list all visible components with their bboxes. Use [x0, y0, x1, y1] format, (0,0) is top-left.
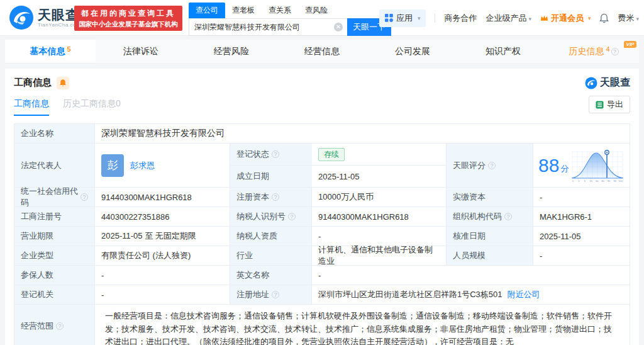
subscribe-bell-icon[interactable] — [57, 77, 69, 89]
top-header: 天眼查 TianYanCha.com 都在用的商业查询工具 国家中小企业发展子基… — [0, 0, 644, 36]
nav-divider — [435, 14, 435, 23]
table-row: 企业类型 有限责任公司 (法人独资) 行业 计算机、通信和其他电子设备制造业 人… — [14, 246, 630, 266]
field-value: 计算机、通信和其他电子设备制造业 — [312, 246, 447, 265]
crown-icon — [540, 14, 548, 22]
field-label: 纳税人资质 — [230, 227, 312, 246]
search-tab-company[interactable]: 查公司 — [189, 3, 225, 18]
nav-business-cooperation[interactable]: 商务合作 — [444, 13, 477, 24]
field-label: 成立日期 — [230, 166, 312, 187]
svg-text:95: 95 — [608, 179, 611, 183]
vip-badge: VIP — [624, 41, 637, 48]
apps-grid-icon — [385, 14, 393, 22]
field-label: 营业期限 — [14, 227, 95, 246]
field-label: 企业名称 — [14, 124, 95, 143]
tab-history-info[interactable]: VIP 历史信息4 — [548, 40, 639, 63]
top-nav: 应用 商务合作 企业级产品 开通会员 费米 — [379, 0, 639, 36]
search-tab-risk[interactable]: 查风险 — [298, 3, 335, 18]
field-label: 纳税人识别号 — [230, 207, 312, 226]
field-label: 核准日期 — [447, 227, 533, 246]
field-label: 注册地址 — [230, 285, 312, 304]
info-icon[interactable] — [504, 213, 512, 220]
field-value: 2025-11-05 — [533, 227, 630, 246]
registration-status-badge: 存续 — [318, 148, 345, 161]
field-label: 实缴资本 — [447, 188, 533, 206]
field-value: 有限责任公司 (法人独资) — [95, 246, 230, 265]
search-input[interactable] — [189, 18, 347, 36]
table-row: 登记机关 - 注册地址 深圳市坪山区龙田街道老坑社区启祥路1号C3栋501 附近… — [14, 285, 630, 305]
business-info-card: 工商信息 天眼查 工商信息 历史工商信息0 导出 — [5, 69, 639, 345]
search-area: 查公司 查老板 查关系 查风险 ✕ 天眼一下 — [189, 3, 391, 36]
info-icon[interactable] — [488, 162, 496, 169]
info-icon[interactable] — [272, 291, 279, 298]
info-icon[interactable] — [288, 213, 296, 220]
company-name: 深圳荣耀智慧科技开发有限公司 — [95, 124, 630, 143]
tianyancha-mini-logo-icon — [585, 77, 597, 89]
svg-text:50: 50 — [596, 179, 599, 183]
tianyancha-logo[interactable]: 天眼查 TianYanCha.com — [9, 5, 80, 30]
username: 费米 — [618, 13, 634, 23]
company-detail-tabs: 基本信息5 法律诉讼 经营风险 经营信息 公司发展 知识产权 VIP 历史信息4 — [5, 40, 639, 64]
export-button[interactable]: 导出 — [589, 96, 630, 113]
field-value: 440300227351886 — [95, 207, 230, 226]
slogan-line1: 都在用的商业查询工具 — [74, 8, 182, 19]
section-title: 工商信息 — [14, 77, 52, 89]
info-icon[interactable] — [80, 193, 88, 201]
field-label: 天眼评分 — [447, 144, 533, 187]
info-icon[interactable] — [611, 48, 619, 55]
field-value: - — [312, 227, 447, 246]
nearby-companies-link[interactable]: 附近公司 — [508, 289, 540, 300]
table-row: 营业期限 2025-11-05 至 无固定期限 纳税人资质 - 核准日期 202… — [14, 227, 630, 246]
field-value: - — [312, 266, 630, 285]
subtab-history-business-info[interactable]: 历史工商信息0 — [63, 98, 121, 116]
search-tab-boss[interactable]: 查老板 — [225, 3, 262, 18]
tab-basic-info[interactable]: 基本信息5 — [5, 40, 96, 63]
excel-icon — [596, 101, 604, 109]
tab-legal-litigation[interactable]: 法律诉讼 — [96, 40, 186, 63]
info-icon[interactable] — [272, 193, 279, 201]
field-label: 行业 — [230, 246, 312, 265]
field-label: 组织机构代码 — [447, 207, 533, 226]
slogan-banner: 都在用的商业查询工具 国家中小企业发展子基金旗下机构 — [74, 6, 182, 31]
search-tabs: 查公司 查老板 查关系 查风险 — [189, 3, 391, 18]
business-registration-table: 企业名称 深圳荣耀智慧科技开发有限公司 法定代表人 彭 彭求恩 登记状态 存续 — [14, 123, 630, 345]
notification-bell-icon[interactable] — [599, 13, 609, 23]
field-label: 工商注册号 — [14, 207, 95, 226]
subtab-business-info[interactable]: 工商信息 — [14, 98, 49, 116]
user-menu[interactable]: 费米 — [618, 13, 639, 24]
clear-icon[interactable]: ✕ — [334, 23, 343, 31]
svg-text:100: 100 — [619, 179, 624, 183]
nav-enterprise-products[interactable]: 企业级产品 — [486, 13, 531, 24]
legal-rep-avatar[interactable]: 彭 — [101, 154, 124, 177]
field-value: 10000万人民币 — [312, 188, 447, 206]
table-row: 企业名称 深圳荣耀智慧科技开发有限公司 — [14, 124, 630, 144]
field-label: 企业类型 — [14, 246, 95, 265]
field-label: 英文名称 — [230, 266, 312, 285]
field-label: 人员规模 — [447, 246, 533, 265]
apps-label: 应用 — [396, 13, 413, 24]
svg-text:99: 99 — [614, 179, 617, 183]
svg-text:15: 15 — [590, 179, 593, 183]
info-icon[interactable] — [56, 322, 64, 330]
tab-company-development[interactable]: 公司发展 — [367, 40, 458, 63]
field-value: - — [533, 188, 630, 206]
table-row: 统一社会信用代码 91440300MAK1HGR618 注册资本 10000万人… — [14, 188, 630, 207]
svg-text:80: 80 — [602, 179, 605, 183]
tab-operation-info[interactable]: 经营信息 — [277, 40, 367, 63]
sub-tabs: 工商信息 历史工商信息0 导出 — [14, 97, 630, 116]
field-value: 2025-11-05 — [312, 166, 446, 187]
legal-rep-link[interactable]: 彭求恩 — [130, 160, 155, 171]
apps-menu[interactable]: 应用 — [379, 9, 426, 27]
info-icon[interactable] — [272, 150, 279, 158]
tab-intellectual-property[interactable]: 知识产权 — [458, 40, 548, 63]
tab-count: 4 — [606, 45, 609, 53]
table-row: 法定代表人 彭 彭求恩 登记状态 存续 成立日期 2025-11-05 — [14, 144, 630, 188]
field-value: - — [533, 246, 630, 265]
field-value: 91440300MAK1HGR618 — [312, 207, 447, 226]
search-tab-relation[interactable]: 查关系 — [262, 3, 298, 18]
nav-open-vip[interactable]: 开通会员 — [540, 13, 591, 24]
score-unit: 分 — [560, 163, 569, 174]
tab-operation-risk[interactable]: 经营风险 — [186, 40, 277, 63]
field-label: 统一社会信用代码 — [14, 188, 95, 206]
watermark-logo: 天眼查 — [585, 76, 630, 89]
field-label: 登记状态 — [230, 144, 312, 165]
